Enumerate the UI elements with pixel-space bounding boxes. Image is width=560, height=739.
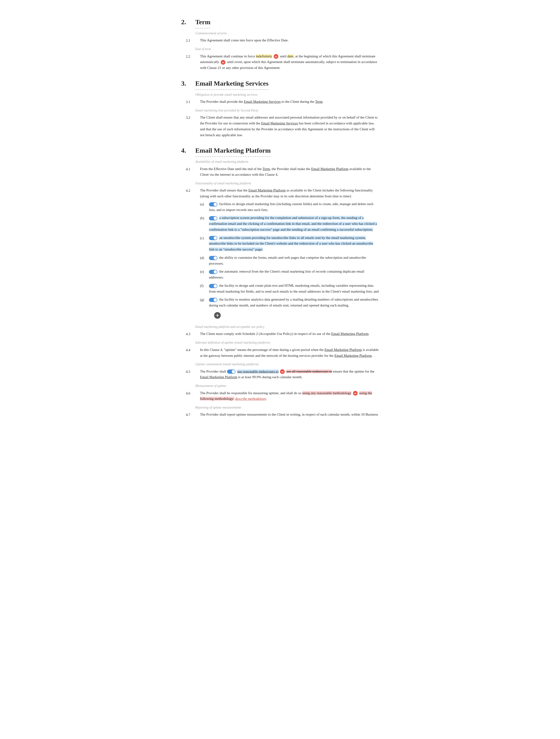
section-4: 4. Email Marketing Platform Availability… (181, 145, 379, 418)
clause-4-6: 4.6 The Provider shall be responsible fo… (186, 390, 379, 402)
highlight-indefinitely: indefinitely (256, 54, 272, 58)
clause-4-3-text: The Client must comply with Schedule 2 (… (200, 331, 379, 337)
sub-clause-4-2-c: (c) an unsubscribe system providing for … (200, 235, 379, 252)
deleted-use-all: use all reasonable endeavours to (286, 370, 332, 373)
section-3-heading: 3. Email Marketing Services (181, 78, 379, 90)
clause-4-7: 4.7 The Provider shall report uptime mea… (186, 412, 379, 418)
sub-clause-4-2-d: (d) the ability to customise the forms, … (200, 255, 379, 267)
ems-underline-1: Email Marketing Services (244, 100, 281, 104)
toggle-track-b (209, 216, 218, 220)
sub-clause-4-2-f: (f) the facility to design and create pl… (200, 283, 379, 294)
clause-2-2: 2.2 This Agreement shall continue in for… (186, 53, 379, 71)
term-underline-2: Term (263, 167, 270, 171)
or-badge-4: or (353, 391, 358, 396)
toggle-g[interactable] (209, 298, 218, 302)
clause-4-5-num: 4.5 (186, 368, 195, 380)
toggle-d[interactable] (209, 256, 218, 260)
sub-clause-content-g: the facility to monitor analytics data g… (209, 297, 379, 308)
sub-clause-content-a: facilities to design email marketing lis… (209, 201, 379, 213)
clause-4-2-num: 4.2 (186, 187, 195, 321)
subheading-uptime-definition: Informal definition of uptime (email mar… (195, 340, 379, 345)
clause-4-1-num: 4.1 (186, 166, 195, 178)
clause-3-1: 3.1 The Provider shall provide the Email… (186, 99, 379, 105)
toggle-track-a (209, 202, 218, 206)
clause-3-1-text: The Provider shall provide the Email Mar… (200, 99, 379, 105)
clause-4-7-num: 4.7 (186, 412, 195, 418)
section-4-title: Email Marketing Platform (195, 145, 271, 157)
toggle-track-c (209, 236, 218, 240)
section-3-number: 3. (181, 78, 190, 89)
toggle-track-d (209, 256, 218, 260)
toggle-4-5[interactable] (227, 370, 236, 374)
subheading-reporting: Reporting of uptime measurements (195, 405, 379, 410)
emp-underline-3: Email Marketing Platform (331, 332, 369, 336)
highlight-date: date (287, 54, 293, 58)
subheading-functionality: Functionality of email marketing platfor… (195, 181, 379, 186)
clause-2-1-num: 2.1 (186, 37, 195, 43)
section-4-number: 4. (181, 145, 190, 156)
subheading-uptime-commitment: Uptime commitment (email marketing platf… (195, 362, 379, 367)
sub-clause-4-2-e: (e) the automatic removal from the the C… (200, 269, 379, 280)
sub-clause-4-2-b: (b) a subscription system providing for … (200, 215, 379, 233)
clause-4-2-text: The Provider shall ensure that the Email… (200, 187, 379, 321)
section-3-title: Email Marketing Services (195, 78, 268, 90)
sub-clause-letter-a: (a) (200, 201, 206, 207)
sub-clause-letter-c: (c) (200, 235, 206, 241)
toggle-e[interactable] (209, 270, 218, 274)
add-item-button[interactable] (214, 312, 221, 319)
sub-clause-letter-b: (b) (200, 215, 206, 221)
clause-4-3: 4.3 The Client must comply with Schedule… (186, 331, 379, 337)
or-badge-3: or (280, 369, 285, 374)
clause-4-4-num: 4.4 (186, 347, 195, 359)
clause-4-1: 4.1 From the Effective Date until the en… (186, 166, 379, 178)
clause-4-2: 4.2 The Provider shall ensure that the E… (186, 187, 379, 321)
sub-clause-content-c: an unsubscribe system providing for unsu… (209, 235, 379, 252)
toggle-a[interactable] (209, 202, 218, 206)
ems-underline-2: Email Marketing Services (261, 121, 298, 125)
clause-2-1: 2.1 This Agreement shall come into force… (186, 37, 379, 43)
emp-underline-2: Email Marketing Platform (249, 188, 286, 192)
toggle-track-e (209, 270, 218, 274)
toggle-b[interactable] (209, 216, 218, 220)
subheading-commencement: Commencement of term (195, 31, 379, 36)
toggle-c[interactable] (209, 236, 218, 240)
highlight-c: an unsubscribe system providing for unsu… (209, 236, 373, 252)
clause-4-4-text: In this Clause 4, "uptime" means the per… (200, 347, 379, 359)
section-2: 2. Term Commencement of term 2.1 This Ag… (181, 17, 379, 71)
section-3: 3. Email Marketing Services Obligation t… (181, 78, 379, 138)
sub-clause-letter-d: (d) (200, 255, 206, 261)
sub-clause-content-e: the automatic removal from the the Clien… (209, 269, 379, 280)
sub-clause-4-2-g: (g) the facility to monitor analytics da… (200, 297, 379, 308)
clause-3-2-num: 3.2 (186, 115, 195, 138)
sub-clause-content-f: the facility to design and create plain … (209, 283, 379, 294)
emp-underline-6: Email Marketing Platform (200, 375, 237, 379)
sub-clause-letter-e: (e) (200, 269, 206, 275)
clause-4-6-num: 4.6 (186, 390, 195, 402)
clause-3-2-text: The Client shall ensure that any email a… (200, 115, 379, 138)
clause-2-1-text: This Agreement shall come into force upo… (200, 37, 379, 43)
sub-clause-content-b: a subscription system providing for the … (209, 215, 379, 233)
emp-underline-5: Email Marketing Platform (334, 354, 372, 357)
toggle-track-g (209, 298, 218, 302)
event-text: event (234, 60, 242, 64)
or-badge-2: or (221, 60, 226, 65)
highlight-b: a subscription system providing for the … (209, 216, 377, 232)
subheading-measurement: Measurement of uptime (195, 384, 379, 389)
clause-3-1-num: 3.1 (186, 99, 195, 105)
sub-clause-letter-f: (f) (200, 283, 206, 289)
clause-4-1-text: From the Effective Date until the end of… (200, 166, 379, 178)
toggle-track-f (209, 284, 218, 288)
section-2-title: Term (195, 17, 211, 28)
describe-methodology: describe methodology (235, 397, 266, 401)
clause-4-3-num: 4.3 (186, 331, 195, 337)
toggle-f[interactable] (209, 284, 218, 288)
highlight-methodology-1: using any reasonable methodology (302, 391, 352, 395)
subheading-availability: Availability of email marketing platform (195, 159, 379, 164)
clause-4-6-text: The Provider shall be responsible for me… (200, 390, 379, 402)
section-2-heading: 2. Term (181, 17, 379, 28)
sub-clauses-4-2: (a) facilities to design email marketing… (200, 201, 379, 308)
clause-2-2-num: 2.2 (186, 53, 195, 71)
subheading-acceptable-use: Email marketing platform and acceptable … (195, 324, 379, 329)
subheading-end-of-term: End of term (195, 46, 379, 52)
clause-3-2: 3.2 The Client shall ensure that any ema… (186, 115, 379, 138)
